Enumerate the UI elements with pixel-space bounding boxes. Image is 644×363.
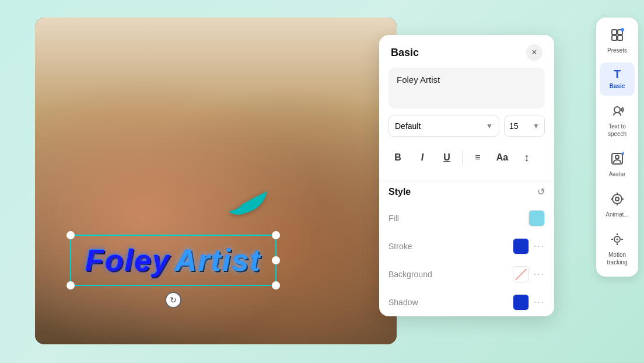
fill-row: Fill xyxy=(379,204,554,232)
align-button[interactable]: ≡ xyxy=(468,148,487,167)
shadow-row: Shadow ··· xyxy=(379,288,554,316)
stroke-more-button[interactable]: ··· xyxy=(534,241,545,252)
underline-button[interactable]: U xyxy=(438,148,456,167)
sidebar-item-presets[interactable]: Presets xyxy=(600,22,635,60)
font-select[interactable]: Default ▼ xyxy=(388,116,499,137)
font-case-button[interactable]: Aa xyxy=(493,148,512,167)
foley-artist-text: FoleyArtist xyxy=(85,243,261,278)
style-section-title: Style xyxy=(388,187,411,197)
handle-bottom-right[interactable] xyxy=(272,281,280,289)
animate-label: Animat... xyxy=(606,211,628,218)
chevron-down-icon: ▼ xyxy=(486,122,493,130)
svg-point-4 xyxy=(621,28,624,32)
svg-point-9 xyxy=(615,197,619,201)
text-to-speech-label: Text to speech xyxy=(604,123,630,138)
reset-button[interactable]: ↺ xyxy=(537,186,545,197)
presets-icon xyxy=(610,28,624,44)
right-sidebar: Presets T Basic Text to speech Ava xyxy=(596,18,638,277)
svg-point-5 xyxy=(614,107,620,113)
stroke-color-swatch[interactable] xyxy=(513,238,529,254)
basic-panel: Basic × Foley Artist Default ▼ 15 ▼ B I … xyxy=(379,35,554,316)
fill-color-swatch[interactable] xyxy=(528,210,545,226)
artist-word: Artist xyxy=(175,243,261,277)
fill-label: Fill xyxy=(388,214,528,223)
stroke-row: Stroke ··· xyxy=(379,232,554,260)
basic-icon: T xyxy=(614,68,621,80)
foley-word: Foley xyxy=(85,243,170,277)
svg-rect-2 xyxy=(612,36,617,40)
svg-point-7 xyxy=(615,155,619,159)
font-size-select[interactable]: 15 ▼ xyxy=(504,116,545,137)
sidebar-item-text-to-speech[interactable]: Text to speech xyxy=(600,98,635,144)
italic-button[interactable]: I xyxy=(413,148,432,167)
handle-right-mid[interactable] xyxy=(272,256,280,264)
panel-header: Basic × xyxy=(379,35,554,68)
close-button[interactable]: × xyxy=(526,44,542,61)
sidebar-item-avatar[interactable]: Avatar xyxy=(600,146,635,184)
sidebar-item-basic[interactable]: T Basic xyxy=(600,62,635,96)
style-section-header: Style ↺ xyxy=(379,181,554,204)
sidebar-item-animate[interactable]: Animat... xyxy=(600,186,635,224)
line-height-button[interactable]: ↕ xyxy=(517,148,536,167)
background-more-button[interactable]: ··· xyxy=(534,269,545,280)
background-label: Background xyxy=(388,270,513,279)
svg-rect-0 xyxy=(612,30,617,34)
shadow-color-swatch[interactable] xyxy=(513,294,529,310)
stroke-label: Stroke xyxy=(388,242,513,251)
handle-bottom-left[interactable] xyxy=(66,281,75,289)
sidebar-item-motion-tracking[interactable]: Motion tracking xyxy=(600,226,635,272)
chevron-down-icon: ▼ xyxy=(533,122,540,130)
rotate-handle[interactable]: ↻ xyxy=(165,292,181,308)
text-input-area[interactable]: Foley Artist xyxy=(388,68,545,109)
motion-tracking-icon xyxy=(610,232,624,249)
avatar-label: Avatar xyxy=(609,170,626,178)
divider xyxy=(462,151,463,165)
bold-button[interactable]: B xyxy=(388,148,407,167)
basic-label: Basic xyxy=(610,82,625,90)
svg-rect-3 xyxy=(618,36,622,40)
svg-point-8 xyxy=(612,194,622,204)
format-row: B I U ≡ Aa ↕ xyxy=(388,144,545,172)
background-color-swatch[interactable] xyxy=(513,266,529,282)
avatar-icon xyxy=(610,152,624,168)
motion-tracking-label: Motion tracking xyxy=(604,251,630,266)
text-overlay[interactable]: FoleyArtist ↻ xyxy=(70,235,276,286)
text-to-speech-icon xyxy=(610,104,624,120)
video-canvas: FoleyArtist ↻ xyxy=(35,18,397,344)
animate-icon xyxy=(610,192,624,208)
text-content: Foley Artist xyxy=(397,75,440,85)
shadow-label: Shadow xyxy=(388,298,513,307)
font-row: Default ▼ 15 ▼ xyxy=(388,116,545,137)
canvas-photo xyxy=(35,18,397,344)
panel-title: Basic xyxy=(391,47,419,59)
presets-label: Presets xyxy=(607,47,627,54)
background-row: Background ··· xyxy=(379,260,554,288)
svg-point-11 xyxy=(617,239,618,240)
shadow-more-button[interactable]: ··· xyxy=(534,297,545,308)
